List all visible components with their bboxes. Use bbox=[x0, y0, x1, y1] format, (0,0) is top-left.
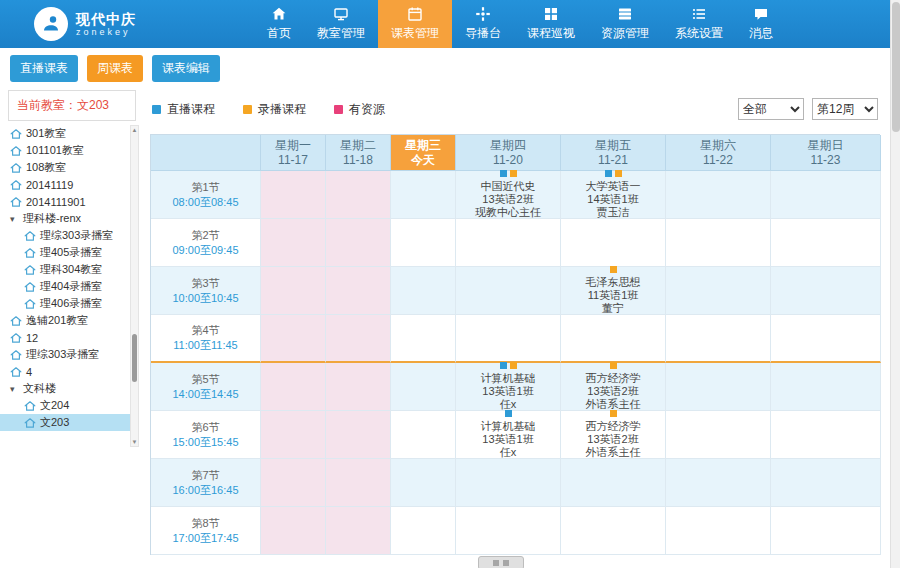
nav-item-messages[interactable]: 消息 bbox=[736, 0, 786, 48]
nav-item-system-settings[interactable]: 系统设置 bbox=[662, 0, 736, 48]
tree-room-6[interactable]: 理综303录播室 bbox=[0, 227, 130, 244]
timetable-cell-p0-d1[interactable] bbox=[326, 171, 391, 219]
timetable-cell-p1-d4[interactable] bbox=[561, 219, 666, 267]
timetable-cell-p4-d3[interactable]: 计算机基础13英语1班任x bbox=[456, 363, 561, 411]
timetable-cell-p4-d6[interactable] bbox=[771, 363, 881, 411]
timetable-cell-p5-d1[interactable] bbox=[326, 411, 391, 459]
tree-folder-5[interactable]: ▾理科楼-renx bbox=[0, 210, 130, 227]
period-label-7: 第8节17:00至17:45 bbox=[151, 507, 261, 555]
timetable-cell-p7-d2[interactable] bbox=[391, 507, 456, 555]
tree-folder-15[interactable]: ▾文科楼 bbox=[0, 380, 130, 397]
timetable-cell-p2-d6[interactable] bbox=[771, 267, 881, 315]
scope-select[interactable]: 全部 bbox=[738, 98, 804, 120]
tree-room-3[interactable]: 20141119 bbox=[0, 176, 130, 193]
timetable-cell-p6-d1[interactable] bbox=[326, 459, 391, 507]
tree-scrollbar[interactable]: ▲ ▼ bbox=[130, 125, 139, 447]
timetable-cell-p5-d4[interactable]: 西方经济学13英语2班外语系主任 bbox=[561, 411, 666, 459]
timetable-cell-p3-d4[interactable] bbox=[561, 315, 666, 363]
nav-item-timetable-management[interactable]: 课表管理 bbox=[378, 0, 452, 48]
day-date: 11-20 bbox=[493, 153, 523, 168]
page-scrollbar-thumb[interactable] bbox=[892, 2, 900, 132]
tree-room-17[interactable]: 文203 bbox=[0, 414, 130, 431]
timetable-cell-p3-d0[interactable] bbox=[261, 315, 326, 363]
nav-item-home[interactable]: 首页 bbox=[254, 0, 304, 48]
timetable-cell-p0-d0[interactable] bbox=[261, 171, 326, 219]
timetable-cell-p2-d4[interactable]: 毛泽东思想11英语1班董宁 bbox=[561, 267, 666, 315]
timetable-cell-p7-d0[interactable] bbox=[261, 507, 326, 555]
timetable-cell-p7-d3[interactable] bbox=[456, 507, 561, 555]
timetable-cell-p6-d6[interactable] bbox=[771, 459, 881, 507]
timetable-cell-p7-d4[interactable] bbox=[561, 507, 666, 555]
nav-item-broadcast-console[interactable]: 导播台 bbox=[452, 0, 514, 48]
timetable-cell-p0-d4[interactable]: 大学英语一14英语1班贾玉洁 bbox=[561, 171, 666, 219]
timetable-cell-p0-d5[interactable] bbox=[666, 171, 771, 219]
live-timetable-button[interactable]: 直播课表 bbox=[10, 55, 78, 82]
timetable-cell-p1-d2[interactable] bbox=[391, 219, 456, 267]
nav-item-classroom-management[interactable]: 教室管理 bbox=[304, 0, 378, 48]
timetable-cell-p7-d5[interactable] bbox=[666, 507, 771, 555]
logo: 现代中庆 zonekey bbox=[34, 7, 136, 41]
lesson-text: 毛泽东思想 bbox=[586, 276, 641, 289]
timetable-cell-p1-d5[interactable] bbox=[666, 219, 771, 267]
timetable-cell-p4-d1[interactable] bbox=[326, 363, 391, 411]
tree-room-2[interactable]: 108教室 bbox=[0, 159, 130, 176]
timetable-cell-p0-d2[interactable] bbox=[391, 171, 456, 219]
timetable-cell-p3-d5[interactable] bbox=[666, 315, 771, 363]
timetable-cell-p5-d2[interactable] bbox=[391, 411, 456, 459]
tree-room-1[interactable]: 101101教室 bbox=[0, 142, 130, 159]
timetable-cell-p6-d4[interactable] bbox=[561, 459, 666, 507]
timetable-cell-p3-d6[interactable] bbox=[771, 315, 881, 363]
legend-recorded: 录播课程 bbox=[243, 101, 306, 118]
tree-room-10[interactable]: 理406录播室 bbox=[0, 295, 130, 312]
tree-room-11[interactable]: 逸辅201教室 bbox=[0, 312, 130, 329]
timetable-cell-p2-d2[interactable] bbox=[391, 267, 456, 315]
timetable-cell-p7-d6[interactable] bbox=[771, 507, 881, 555]
timetable-cell-p2-d0[interactable] bbox=[261, 267, 326, 315]
week-timetable-button[interactable]: 周课表 bbox=[87, 55, 143, 82]
tree-scrollbar-thumb[interactable] bbox=[132, 334, 137, 382]
tree-scroll-down-icon[interactable]: ▼ bbox=[131, 439, 138, 445]
nav-item-resource-management[interactable]: 资源管理 bbox=[588, 0, 662, 48]
tree-room-7[interactable]: 理405录播室 bbox=[0, 244, 130, 261]
timetable-cell-p1-d6[interactable] bbox=[771, 219, 881, 267]
timetable-cell-p3-d1[interactable] bbox=[326, 315, 391, 363]
timetable-cell-p3-d2[interactable] bbox=[391, 315, 456, 363]
timetable-cell-p7-d1[interactable] bbox=[326, 507, 391, 555]
tree-room-4[interactable]: 2014111901 bbox=[0, 193, 130, 210]
timetable-cell-p5-d3[interactable]: 计算机基础13英语1班任x bbox=[456, 411, 561, 459]
tree-room-16[interactable]: 文204 bbox=[0, 397, 130, 414]
timetable-cell-p4-d5[interactable] bbox=[666, 363, 771, 411]
timetable-cell-p2-d5[interactable] bbox=[666, 267, 771, 315]
timetable-cell-p4-d4[interactable]: 西方经济学13英语2班外语系主任 bbox=[561, 363, 666, 411]
tree-room-14[interactable]: 4 bbox=[0, 363, 130, 380]
timetable-cell-p6-d0[interactable] bbox=[261, 459, 326, 507]
tree-room-9[interactable]: 理404录播室 bbox=[0, 278, 130, 295]
timetable-cell-p3-d3[interactable] bbox=[456, 315, 561, 363]
timetable-cell-p6-d2[interactable] bbox=[391, 459, 456, 507]
timetable-cell-p5-d5[interactable] bbox=[666, 411, 771, 459]
timetable-cell-p4-d0[interactable] bbox=[261, 363, 326, 411]
timetable-cell-p6-d5[interactable] bbox=[666, 459, 771, 507]
page-scrollbar[interactable] bbox=[890, 0, 900, 568]
timetable-cell-p5-d6[interactable] bbox=[771, 411, 881, 459]
bottom-scroll-widget[interactable] bbox=[478, 556, 524, 568]
timetable-cell-p0-d6[interactable] bbox=[771, 171, 881, 219]
timetable-cell-p6-d3[interactable] bbox=[456, 459, 561, 507]
tree-room-0[interactable]: 301教室 bbox=[0, 125, 130, 142]
timetable-cell-p4-d2[interactable] bbox=[391, 363, 456, 411]
timetable-cell-p2-d3[interactable] bbox=[456, 267, 561, 315]
nav-item-course-inspection[interactable]: 课程巡视 bbox=[514, 0, 588, 48]
tree-room-12[interactable]: 12 bbox=[0, 329, 130, 346]
timetable-edit-button[interactable]: 课表编辑 bbox=[152, 55, 220, 82]
tree-room-13[interactable]: 理综303录播室 bbox=[0, 346, 130, 363]
day-name: 星期六 bbox=[700, 138, 736, 153]
tree-scroll-up-icon[interactable]: ▲ bbox=[131, 127, 138, 133]
tree-room-8[interactable]: 理科304教室 bbox=[0, 261, 130, 278]
timetable-cell-p1-d3[interactable] bbox=[456, 219, 561, 267]
week-select[interactable]: 第12周 bbox=[812, 98, 878, 120]
timetable-cell-p1-d1[interactable] bbox=[326, 219, 391, 267]
timetable-cell-p2-d1[interactable] bbox=[326, 267, 391, 315]
timetable-cell-p5-d0[interactable] bbox=[261, 411, 326, 459]
timetable-cell-p0-d3[interactable]: 中国近代史13英语2班现教中心主任 bbox=[456, 171, 561, 219]
timetable-cell-p1-d0[interactable] bbox=[261, 219, 326, 267]
